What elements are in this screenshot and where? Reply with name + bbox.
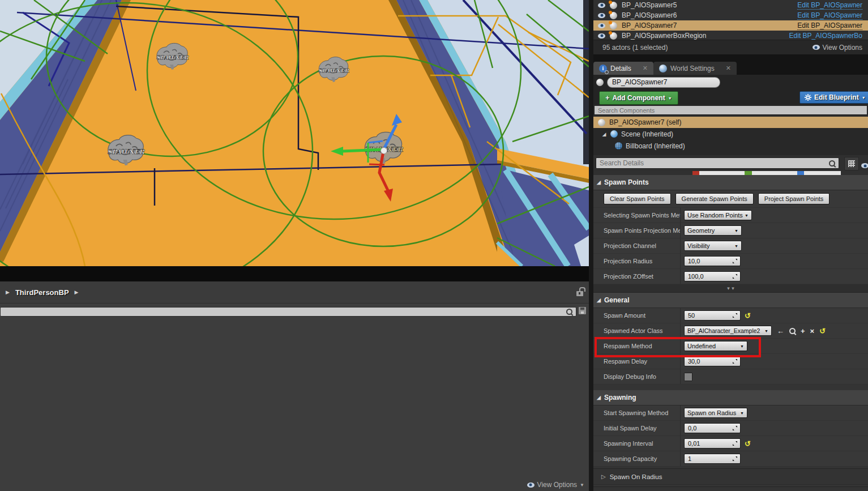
component-row-scene[interactable]: ◢ Scene (Inherited) — [593, 128, 868, 140]
drag-handle-icon — [732, 258, 738, 264]
selecting-spawn-points-method-dropdown[interactable]: Use Random Points▼ — [684, 210, 752, 220]
chevron-down-icon: ▼ — [740, 344, 744, 348]
outliner-row-selected[interactable]: BP_AIOSpawner7 Edit BP_AIOSpawner — [593, 20, 868, 31]
actor-icon — [610, 2, 617, 9]
property-row: Display Debug Info — [593, 369, 868, 385]
reset-to-default-icon[interactable]: ↺ — [819, 327, 826, 335]
display-filter-button[interactable] — [844, 157, 859, 170]
show-advanced-expander[interactable]: ▼▼ — [593, 284, 868, 293]
reset-to-default-icon[interactable]: ↺ — [745, 312, 751, 319]
unreal-editor-window: SPAWNER SPAWNER SPAWNER SPAWNER — [0, 0, 868, 491]
spawning-interval-field[interactable]: 0,01 — [684, 438, 741, 449]
actor-icon — [610, 12, 617, 19]
search-details-input[interactable]: Search Details — [596, 157, 839, 169]
actor-name-field[interactable]: BP_AIOSpawner7 — [607, 77, 720, 88]
section-header-spawn-points[interactable]: ◢ Spawn Points — [593, 175, 868, 190]
close-icon[interactable]: ✕ — [726, 65, 731, 72]
edit-blueprint-link[interactable]: Edit BP_AIOSpawnerBo — [789, 32, 862, 40]
spawned-actor-class-dropdown[interactable]: BP_AICharacter_Example2▼ — [684, 326, 772, 336]
expand-arrow-icon[interactable]: ◢ — [601, 131, 607, 137]
panel-divider[interactable] — [589, 0, 593, 491]
svg-text:SPAWNER: SPAWNER — [107, 148, 146, 156]
subcategory-spawn-on-region[interactable]: ▷ Spawn On Region — [593, 486, 868, 491]
gizmo-center — [381, 148, 387, 154]
visibility-eye-icon[interactable] — [598, 33, 605, 39]
projection-radius-field[interactable]: 10,0 — [684, 256, 741, 266]
spawn-points-button-row: Clear Spawn Points Generate Spawn Points… — [593, 190, 868, 208]
edit-blueprint-button[interactable]: Edit Blueprint ▼ — [799, 91, 868, 104]
viewport-3d-scene[interactable]: SPAWNER SPAWNER SPAWNER SPAWNER — [0, 0, 589, 266]
component-tree: ◢ Scene (Inherited) Billboard (Inherited… — [593, 128, 868, 155]
outliner-row[interactable]: BP_AIOSpawnerBoxRegion Edit BP_AIOSpawne… — [593, 31, 868, 40]
property-row: Spawn Points Projection Method Geometry▼ — [593, 223, 868, 238]
projection-zoffset-field[interactable]: 100,0 — [684, 271, 741, 281]
breadcrumb-root-arrow[interactable]: ▶ — [6, 289, 10, 295]
browse-icon[interactable] — [789, 328, 796, 334]
search-components-row: Search Components — [593, 105, 868, 117]
expand-arrow-icon: ▷ — [601, 473, 606, 480]
breadcrumb[interactable]: ThirdPersonBP — [15, 288, 69, 297]
plus-icon[interactable]: + — [801, 327, 805, 335]
drag-handle-icon — [732, 441, 738, 446]
section-header-general[interactable]: ◢ General — [593, 293, 868, 308]
generate-spawn-points-button[interactable]: Generate Spawn Points — [675, 193, 754, 204]
chevron-down-icon: ▼ — [764, 329, 768, 333]
billboard-component-icon — [615, 142, 622, 150]
edit-blueprint-link[interactable]: Edit BP_AIOSpawner — [797, 1, 862, 10]
project-spawn-points-button[interactable]: Project Spawn Points — [758, 193, 830, 204]
add-component-button[interactable]: + Add Component ▼ — [599, 91, 678, 105]
actor-icon — [610, 32, 617, 40]
initial-spawn-delay-field[interactable]: 0,0 — [684, 423, 741, 433]
component-row-billboard[interactable]: Billboard (Inherited) — [593, 140, 868, 152]
spawn-points-projection-method-dropdown[interactable]: Geometry▼ — [684, 225, 742, 236]
respawn-method-dropdown[interactable]: Undefined▼ — [684, 341, 747, 351]
details-property-list: ◢ Spawn Points Clear Spawn Points Genera… — [593, 175, 868, 491]
collapse-arrow-icon: ◢ — [597, 395, 601, 400]
search-components-input[interactable]: Search Components — [594, 105, 867, 115]
projection-channel-dropdown[interactable]: Visibility▼ — [684, 241, 742, 251]
visibility-eye-icon[interactable] — [598, 3, 605, 8]
visibility-eye-icon[interactable] — [598, 23, 605, 28]
world-outliner-list: BP_AIOSpawner5 Edit BP_AIOSpawner BP_AIO… — [593, 0, 868, 40]
asset-search-input[interactable] — [0, 307, 576, 317]
property-row: Spawning Capacity 1 — [593, 451, 868, 467]
outliner-row[interactable]: BP_AIOSpawner5 Edit BP_AIOSpawner — [593, 0, 868, 10]
outliner-view-options-button[interactable]: View Options — [813, 44, 862, 52]
component-row-self[interactable]: BP_AIOSpawner7 (self) — [593, 117, 868, 128]
edit-blueprint-link[interactable]: Edit BP_AIOSpawner — [797, 11, 862, 20]
reset-to-default-icon[interactable]: ↺ — [745, 440, 751, 447]
property-row-respawn-method: Respawn Method Undefined▼ — [593, 339, 868, 354]
use-selected-icon[interactable]: ← — [777, 327, 784, 335]
drag-handle-icon — [732, 425, 738, 431]
property-row: Projection Radius 10,0 — [593, 254, 868, 269]
edit-blueprint-link[interactable]: Edit BP_AIOSpawner — [797, 22, 862, 30]
property-visibility-eye-icon[interactable] — [861, 160, 868, 170]
respawn-delay-field[interactable]: 30,0 — [684, 356, 741, 366]
grid-icon — [848, 160, 855, 167]
tab-world-settings[interactable]: World Settings ✕ — [653, 62, 737, 75]
clear-icon[interactable]: × — [810, 327, 815, 335]
property-row: Spawned Actor Class BP_AICharacter_Examp… — [593, 323, 868, 339]
spawn-amount-field[interactable]: 50 — [684, 310, 741, 321]
content-browser-panel[interactable]: View Options ▼ — [0, 319, 589, 491]
outliner-row[interactable]: BP_AIOSpawner6 Edit BP_AIOSpawner — [593, 10, 868, 20]
display-debug-info-checkbox[interactable] — [684, 373, 692, 381]
visibility-eye-icon[interactable] — [598, 13, 605, 18]
save-search-icon[interactable] — [579, 306, 586, 317]
view-options-button[interactable]: View Options ▼ — [527, 481, 584, 489]
gizmo-axis-green[interactable] — [342, 150, 383, 151]
clear-spawn-points-button[interactable]: Clear Spawn Points — [604, 193, 671, 204]
subcategory-spawn-on-radius[interactable]: ▷ Spawn On Radius — [593, 468, 868, 485]
property-row: Spawning Interval 0,01 ↺ — [593, 436, 868, 451]
close-icon[interactable]: ✕ — [643, 65, 648, 72]
drag-handle-icon — [732, 456, 738, 462]
chevron-down-icon: ▼ — [734, 244, 738, 248]
start-spawning-method-dropdown[interactable]: Spawn on Radius▼ — [684, 408, 747, 418]
unlock-icon[interactable] — [576, 288, 583, 298]
breadcrumb-next-arrow[interactable]: ▶ — [75, 289, 79, 295]
actor-icon — [596, 79, 604, 86]
svg-text:SPAWNER: SPAWNER — [156, 54, 189, 61]
section-header-spawning[interactable]: ◢ Spawning — [593, 390, 868, 405]
spawning-capacity-field[interactable]: 1 — [684, 454, 741, 464]
tab-details[interactable]: i Details ✕ — [593, 62, 653, 75]
